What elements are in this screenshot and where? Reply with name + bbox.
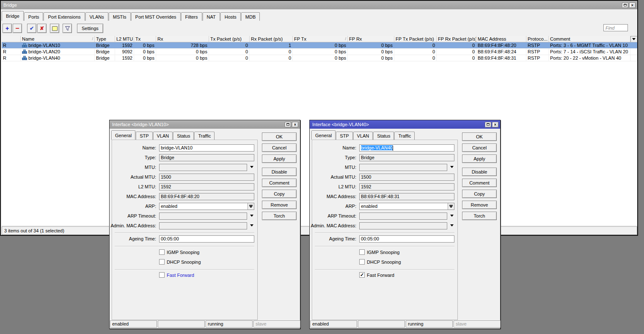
col-fp-rx[interactable]: FP Rx: [348, 36, 394, 42]
maximize-button[interactable]: [485, 122, 491, 127]
copy-button[interactable]: Copy: [462, 190, 497, 198]
tab-traffic[interactable]: Traffic: [394, 132, 415, 140]
tab-filters[interactable]: Filters: [181, 12, 202, 21]
disable-button[interactable]: Disable: [262, 168, 297, 176]
tab-port-mst-overrides[interactable]: Port MST Overrides: [131, 12, 181, 21]
apply-button[interactable]: Apply: [462, 155, 497, 163]
maximize-button[interactable]: [285, 122, 291, 127]
tab-traffic[interactable]: Traffic: [194, 132, 215, 140]
dialog-titlebar[interactable]: Interface <bridge-VLAN40> ×: [310, 120, 500, 129]
col-type[interactable]: Type: [95, 36, 115, 42]
combo-button[interactable]: [448, 203, 454, 210]
cancel-button[interactable]: Cancel: [262, 144, 297, 152]
tab-bridge[interactable]: Bridge: [2, 11, 24, 21]
cancel-button[interactable]: Cancel: [462, 144, 497, 152]
chevron-down-icon[interactable]: [450, 224, 454, 226]
tab-status[interactable]: Status: [373, 132, 394, 140]
tab-hosts[interactable]: Hosts: [220, 12, 241, 21]
row-comment: Ports: 20 - 22 - vMotion - VLAN 40: [549, 55, 630, 61]
chevron-down-icon[interactable]: [250, 166, 253, 168]
col-name[interactable]: Name/: [21, 36, 95, 42]
tab-general[interactable]: General: [111, 130, 135, 140]
arp-select[interactable]: enabled: [359, 203, 454, 210]
remove-button[interactable]: Remove: [462, 201, 497, 209]
col-rx[interactable]: Rx: [156, 36, 209, 42]
tab-mdb[interactable]: MDB: [241, 12, 260, 21]
disable-button[interactable]: ✘: [37, 24, 47, 33]
disable-button[interactable]: Disable: [462, 168, 497, 176]
ok-button[interactable]: OK: [462, 132, 497, 141]
tab-general[interactable]: General: [311, 130, 336, 140]
chevron-down-icon[interactable]: [450, 166, 454, 168]
copy-button[interactable]: Copy: [262, 190, 297, 198]
tab-vlans[interactable]: VLANs: [85, 12, 108, 21]
comment-button[interactable]: [50, 24, 59, 33]
find-input[interactable]: [603, 24, 628, 31]
bridge-window-titlebar[interactable]: Bridge ×: [1, 1, 637, 9]
tab-port-extensions[interactable]: Port Extensions: [44, 12, 85, 21]
chevron-down-icon[interactable]: [250, 224, 253, 226]
igmp-snooping-checkbox[interactable]: [359, 249, 365, 255]
close-button[interactable]: ×: [492, 122, 498, 127]
col-flags[interactable]: [2, 36, 21, 42]
column-chooser[interactable]: [630, 36, 637, 42]
tab-stp[interactable]: STP: [136, 132, 152, 140]
table-row[interactable]: R bridge-VLAN20 Bridge 9092 0 bps 0 bps …: [2, 49, 637, 55]
tab-status[interactable]: Status: [173, 132, 194, 140]
type-label: Type:: [110, 154, 156, 161]
mtu-field[interactable]: [359, 164, 447, 171]
tab-stp[interactable]: STP: [336, 132, 352, 140]
comment-button[interactable]: Comment: [462, 179, 497, 187]
settings-button[interactable]: Settings: [77, 24, 103, 33]
chevron-down-icon[interactable]: [250, 215, 253, 217]
admin-mac-field[interactable]: [159, 222, 247, 229]
dhcp-snooping-checkbox[interactable]: [359, 259, 365, 265]
table-row[interactable]: R bridge-VLAN40 Bridge 1592 0 bps 0 bps …: [2, 55, 637, 61]
ageing-time-field[interactable]: 00:05:00: [359, 235, 454, 243]
tab-vlan[interactable]: VLAN: [153, 132, 173, 140]
torch-button[interactable]: Torch: [262, 212, 297, 220]
close-button[interactable]: ×: [629, 3, 636, 8]
close-button[interactable]: ×: [292, 122, 298, 127]
arp-timeout-field[interactable]: [159, 213, 247, 220]
col-fp-tx-packet[interactable]: FP Tx Packet (p/s): [394, 36, 437, 42]
col-fp-tx[interactable]: FP Tx/: [293, 36, 348, 42]
col-l2mtu[interactable]: L2 MTU: [115, 36, 134, 42]
admin-mac-field[interactable]: [359, 222, 447, 229]
maximize-button[interactable]: [622, 3, 628, 8]
ageing-time-field[interactable]: 00:05:00: [159, 235, 254, 243]
arp-timeout-field[interactable]: [359, 213, 447, 220]
add-button[interactable]: +: [3, 24, 12, 33]
dialog-titlebar[interactable]: Interface <bridge-VLAN10> ×: [110, 120, 300, 129]
mtu-field[interactable]: [159, 164, 247, 171]
remove-button[interactable]: −: [13, 24, 22, 33]
col-protocol[interactable]: Protoco...: [526, 36, 549, 42]
chevron-down-icon[interactable]: [450, 215, 454, 217]
name-field[interactable]: bridge-VLAN40: [359, 144, 454, 152]
col-tx[interactable]: Tx: [134, 36, 156, 42]
fast-forward-checkbox[interactable]: [159, 272, 165, 278]
col-comment[interactable]: Comment: [549, 36, 630, 42]
ok-button[interactable]: OK: [262, 132, 297, 141]
col-fp-rx-packet[interactable]: FP Rx Packet (p/s): [437, 36, 476, 42]
table-row[interactable]: R bridge-VLAN10 Bridge 1592 0 bps 728 bp…: [2, 42, 637, 49]
torch-button[interactable]: Torch: [462, 212, 497, 220]
igmp-snooping-checkbox[interactable]: [159, 249, 165, 255]
apply-button[interactable]: Apply: [262, 155, 297, 163]
tab-nat[interactable]: NAT: [203, 12, 220, 21]
comment-button[interactable]: Comment: [262, 179, 297, 187]
name-field[interactable]: bridge-VLAN10: [159, 144, 254, 152]
enable-button[interactable]: ✔: [27, 24, 36, 33]
tab-ports[interactable]: Ports: [24, 12, 44, 21]
filter-button[interactable]: [63, 24, 72, 33]
tab-vlan[interactable]: VLAN: [353, 132, 373, 140]
col-tx-packet[interactable]: Tx Packet (p/s): [209, 36, 250, 42]
arp-select[interactable]: enabled: [159, 203, 254, 210]
combo-button[interactable]: [248, 203, 254, 210]
dhcp-snooping-checkbox[interactable]: [159, 259, 165, 265]
col-mac-address[interactable]: MAC Address: [476, 36, 526, 42]
remove-button[interactable]: Remove: [262, 201, 297, 209]
col-rx-packet[interactable]: Rx Packet (p/s): [250, 36, 293, 42]
fast-forward-checkbox[interactable]: [359, 272, 365, 278]
tab-mstis[interactable]: MSTIs: [109, 12, 131, 21]
